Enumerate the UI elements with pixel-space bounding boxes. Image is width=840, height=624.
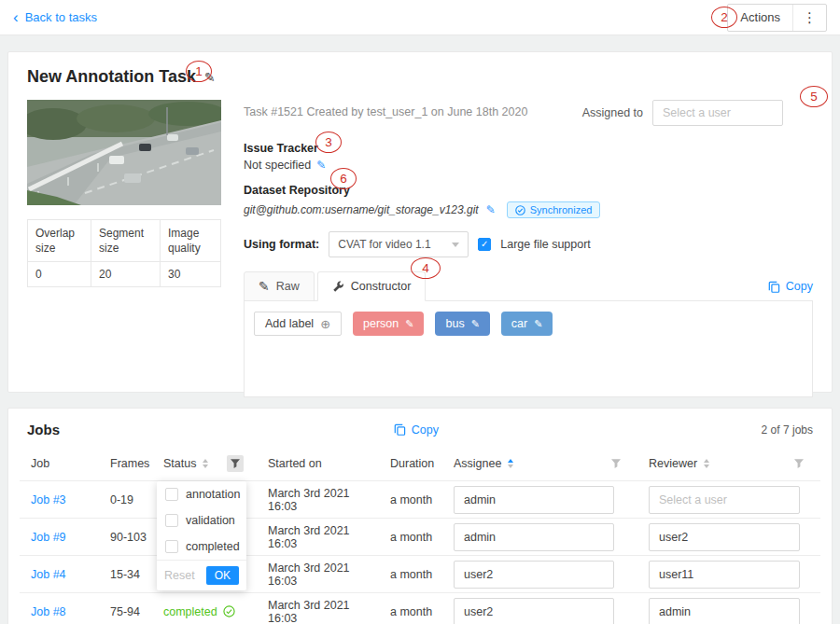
filter-icon-reviewer[interactable]	[791, 455, 807, 472]
param-header-segment: Segment size	[91, 220, 160, 262]
column-header-duration: Duration	[379, 447, 442, 481]
sort-carets-reviewer[interactable]	[704, 459, 709, 468]
copy-labels-button[interactable]: Copy	[768, 280, 813, 300]
label-chip-name: person	[363, 317, 399, 330]
large-file-checkbox[interactable]: ✓	[478, 238, 491, 251]
reset-button[interactable]: Reset	[164, 569, 195, 582]
table-header-row: Job Frames Status Started on Duration	[20, 447, 820, 481]
tab-constructor-label: Constructor	[351, 280, 412, 293]
job-link[interactable]: Job #9	[31, 531, 66, 544]
assignee-select[interactable]	[454, 561, 614, 589]
started-value: March 3rd 2021 16:03	[268, 562, 350, 588]
label-chip-person[interactable]: person ✎	[353, 312, 424, 336]
tab-constructor[interactable]: Constructor	[317, 271, 427, 301]
task-detail-page: ‹ Back to tasks Actions ⋮ New Annotation…	[0, 0, 840, 624]
label-chip-bus[interactable]: bus ✎	[435, 312, 489, 336]
copy-jobs-label: Copy	[412, 423, 439, 437]
status-value: completed	[163, 605, 217, 618]
duration-value: a month	[390, 568, 432, 581]
assignee-select[interactable]	[454, 486, 614, 514]
task-meta: Task #1521 Created by test_user_1 on Jun…	[244, 100, 527, 118]
assignee-select[interactable]	[454, 598, 614, 624]
completed-check-icon	[223, 605, 235, 617]
started-value: March 3rd 2021 16:03	[268, 487, 350, 513]
using-format-label: Using format:	[244, 238, 319, 251]
job-link[interactable]: Job #4	[31, 568, 66, 581]
issue-tracker-value: Not specified	[244, 159, 311, 172]
edit-repository-icon[interactable]: ✎	[486, 203, 496, 216]
checkbox-completed[interactable]	[165, 540, 178, 553]
back-chevron-icon: ‹	[13, 9, 19, 25]
column-header-assignee: Assignee	[442, 447, 637, 481]
checkbox-validation[interactable]	[165, 514, 178, 527]
annotation-circle-1: 1	[186, 61, 212, 82]
task-title: New Annotation Task	[27, 67, 196, 87]
param-value-quality: 30	[160, 262, 220, 287]
large-file-label: Large file support	[500, 238, 591, 251]
filter-option-validation[interactable]: validation	[157, 507, 246, 534]
edit-issue-tracker-icon[interactable]: ✎	[316, 159, 326, 172]
task-params-table: Overlap size Segment size Image quality …	[27, 219, 221, 287]
label-chip-name: car	[511, 317, 527, 330]
param-value-overlap: 0	[28, 262, 91, 287]
sync-status-badge: Synchronized	[507, 201, 601, 218]
job-link[interactable]: Job #8	[31, 605, 66, 618]
copy-labels-label: Copy	[786, 280, 813, 293]
annotation-circle-5: 5	[800, 86, 828, 107]
filter-icon-assignee[interactable]	[608, 455, 624, 472]
reviewer-select[interactable]	[649, 486, 800, 514]
filter-option-annotation[interactable]: annotation	[157, 481, 246, 507]
wrench-icon	[332, 281, 344, 293]
back-to-tasks-link[interactable]: ‹ Back to tasks	[13, 9, 97, 25]
annotation-circle-2: 2	[711, 7, 737, 28]
jobs-card: Jobs Copy 2 of 7 jobs Job Frames Status	[7, 408, 833, 624]
more-options-icon[interactable]: ⋮	[793, 5, 826, 31]
sort-carets-status[interactable]	[203, 459, 208, 468]
edit-label-icon[interactable]: ✎	[405, 318, 413, 330]
add-label-button[interactable]: Add label ⊕	[254, 312, 342, 336]
reviewer-select[interactable]	[649, 561, 800, 589]
actions-label[interactable]: Actions	[728, 5, 792, 31]
jobs-count: 2 of 7 jobs	[762, 423, 813, 437]
filter-icon-status[interactable]	[227, 455, 244, 472]
filter-option-label: annotation	[186, 488, 240, 501]
assignee-header-label: Assignee	[454, 457, 501, 470]
tab-raw[interactable]: ✎ Raw	[244, 271, 315, 301]
add-label-text: Add label	[265, 317, 314, 330]
format-select-value: CVAT for video 1.1	[338, 238, 430, 251]
sync-badge-label: Synchronized	[530, 204, 593, 215]
sort-carets-assignee[interactable]	[508, 459, 513, 468]
actions-button[interactable]: Actions ⋮	[727, 4, 827, 32]
raw-pencil-icon: ✎	[259, 279, 270, 294]
column-header-started: Started on	[257, 447, 379, 481]
copy-icon	[768, 281, 780, 293]
label-chip-car[interactable]: car ✎	[501, 312, 553, 336]
dataset-repository-label: Dataset Repository	[244, 184, 813, 197]
assignee-select[interactable]	[652, 100, 783, 126]
reviewer-select[interactable]	[649, 598, 800, 624]
filter-option-completed[interactable]: completed	[157, 534, 246, 560]
copy-icon	[394, 423, 406, 436]
assignee-select[interactable]	[454, 523, 614, 551]
job-link[interactable]: Job #3	[31, 493, 66, 506]
frames-value: 90-103	[110, 531, 147, 544]
edit-label-icon[interactable]: ✎	[471, 318, 480, 330]
checkbox-annotation[interactable]	[165, 488, 178, 501]
jobs-table: Job Frames Status Started on Duration	[20, 447, 820, 624]
format-select[interactable]: CVAT for video 1.1	[329, 231, 469, 257]
started-value: March 3rd 2021 16:03	[268, 599, 350, 624]
param-header-quality: Image quality	[160, 220, 220, 262]
back-to-tasks-label: Back to tasks	[25, 10, 97, 24]
reviewer-select[interactable]	[649, 523, 800, 551]
duration-value: a month	[390, 531, 432, 544]
copy-jobs-button[interactable]: Copy	[394, 423, 439, 437]
ok-button[interactable]: OK	[206, 566, 239, 585]
annotation-circle-4: 4	[411, 257, 441, 279]
duration-value: a month	[390, 493, 432, 506]
column-header-frames: Frames	[99, 447, 152, 481]
labels-constructor-panel: Add label ⊕ person ✎ bus ✎ car ✎	[244, 300, 813, 397]
column-header-reviewer: Reviewer	[637, 447, 820, 481]
table-row: Job #9 90-103 March 3rd 2021 16:03 a mon…	[20, 519, 820, 556]
filter-option-label: validation	[186, 514, 235, 527]
edit-label-icon[interactable]: ✎	[534, 318, 542, 330]
